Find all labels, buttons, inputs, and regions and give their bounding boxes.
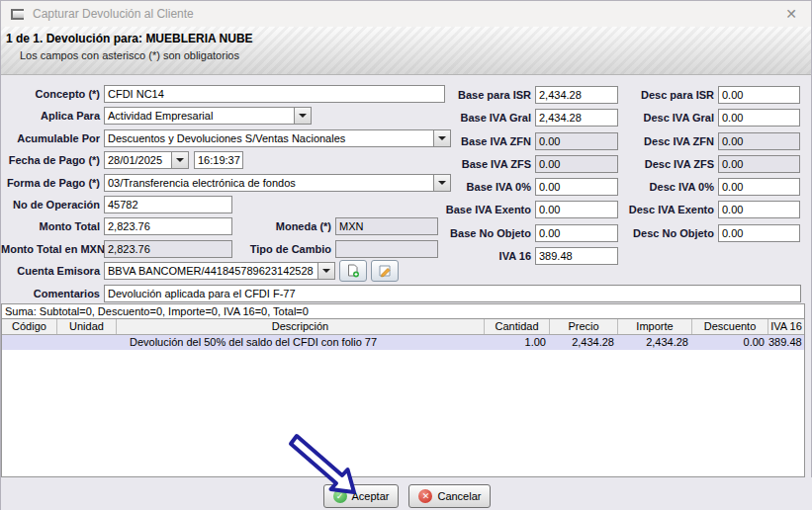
monto-total-input[interactable]: 2,823.76 xyxy=(104,217,232,235)
desc-iva-gral-input[interactable]: 0.00 xyxy=(718,109,800,127)
desc-iva-exento-input[interactable]: 0.00 xyxy=(718,201,800,218)
desc-iva-0-input[interactable]: 0.00 xyxy=(718,178,800,196)
fecha-de-pago-date-picker[interactable]: 28/01/2025 xyxy=(104,151,189,169)
row-desc-iva-gral: Desc IVA Gral 0.00 xyxy=(627,109,805,127)
desc-iva-zfs-label: Desc IVA ZFS xyxy=(627,158,718,170)
row-desc-no-objeto: Desc No Objeto 0.00 xyxy=(627,224,805,242)
cuenta-emisora-label: Cuenta Emisora xyxy=(1,265,104,277)
comentarios-label: Comentarios xyxy=(1,288,104,299)
forma-de-pago-label: Forma de Pago (*) xyxy=(1,177,104,189)
cell-descuento: 0.00 xyxy=(692,335,768,350)
grid-header-codigo[interactable]: Código xyxy=(2,319,57,334)
concepto-input[interactable]: CFDI NC14 xyxy=(104,85,445,103)
grid-header-descuento[interactable]: Descuento xyxy=(692,319,768,334)
new-document-icon xyxy=(346,264,360,278)
row-comentarios: Comentarios Devolución aplicada para el … xyxy=(1,285,805,302)
summary-bar: Suma: Subtotal=0, Descuento=0, Importe=0… xyxy=(1,303,805,319)
monto-total-mxn-field: 2,823.76 xyxy=(104,240,232,258)
close-icon[interactable]: ✕ xyxy=(781,5,801,23)
grid-header-unidad[interactable]: Unidad xyxy=(57,319,117,334)
edit-pencil-icon xyxy=(378,264,392,278)
row-iva-16: IVA 16 389.48 xyxy=(444,247,622,265)
accept-check-icon: ✓ xyxy=(333,489,347,503)
cancelar-button-label: Cancelar xyxy=(437,490,481,502)
cell-importe: 2,434.28 xyxy=(618,335,692,350)
row-base-iva-zfs: Base IVA ZFS 0.00 xyxy=(444,155,622,173)
cell-descripcion: Devolución del 50% del saldo del CFDI co… xyxy=(117,335,485,350)
desc-iva-gral-label: Desc IVA Gral xyxy=(627,112,718,124)
grid-header-row: Código Unidad Descripción Cantidad Preci… xyxy=(2,319,804,335)
cell-unidad xyxy=(57,335,117,350)
new-account-button[interactable] xyxy=(339,260,367,282)
row-base-iva-gral: Base IVA Gral 2,434.28 xyxy=(444,109,622,127)
row-base-iva-exento: Base IVA Exento 0.00 xyxy=(444,201,622,218)
edit-account-button[interactable] xyxy=(371,260,399,282)
base-iva-0-label: Base IVA 0% xyxy=(444,181,535,193)
form-base-column: Base para ISR 2,434.28 Base IVA Gral 2,4… xyxy=(444,86,622,270)
cell-cantidad: 1.00 xyxy=(485,335,550,350)
tipo-de-cambio-field xyxy=(335,240,438,258)
row-desc-iva-zfn: Desc IVA ZFN 0.00 xyxy=(627,132,805,150)
form-desc-column: Desc para ISR 0.00 Desc IVA Gral 0.00 De… xyxy=(627,86,805,247)
cuenta-emisora-select[interactable]: BBVA BANCOMER/441845789623142528 xyxy=(104,262,335,280)
cell-iva16: 389.48 xyxy=(768,335,804,350)
tipo-de-cambio-label: Tipo de Cambio xyxy=(232,243,335,255)
header-banner: 1 de 1. Devolución para: MUEBLERIA NUBE … xyxy=(1,27,811,75)
row-base-iva-zfn: Base IVA ZFN 0.00 xyxy=(444,132,622,150)
desc-iva-exento-label: Desc IVA Exento xyxy=(627,204,718,215)
cancel-x-icon: ✕ xyxy=(418,489,432,503)
base-iva-zfs-field: 0.00 xyxy=(535,155,618,173)
dialog-capturar-devolucion: Capturar Devolución al Cliente ✕ 1 de 1.… xyxy=(0,0,812,510)
comentarios-input[interactable]: Devolución aplicada para el CFDI F-77 xyxy=(104,285,801,302)
base-iva-exento-label: Base IVA Exento xyxy=(444,204,535,215)
items-grid: Código Unidad Descripción Cantidad Preci… xyxy=(1,318,805,477)
window-icon xyxy=(11,9,24,20)
concepto-label: Concepto (*) xyxy=(1,88,104,100)
forma-de-pago-select[interactable]: 03/Transferencia electrónica de fondos xyxy=(104,174,451,192)
desc-iva-zfn-field: 0.00 xyxy=(718,132,800,150)
row-base-iva-0: Base IVA 0% 0.00 xyxy=(444,178,622,196)
title-bar: Capturar Devolución al Cliente ✕ xyxy=(1,1,811,27)
no-de-operacion-input[interactable]: 45782 xyxy=(104,196,232,213)
aplica-para-select[interactable]: Actividad Empresarial xyxy=(104,107,312,125)
fecha-de-pago-time-input[interactable]: 16:19:37 xyxy=(194,151,243,169)
row-cuenta-emisora: Cuenta Emisora BBVA BANCOMER/44184578962… xyxy=(1,262,805,280)
desc-iva-zfn-label: Desc IVA ZFN xyxy=(627,135,718,147)
monto-total-mxn-label: Monto Total en MXN xyxy=(1,243,104,255)
iva-16-label: IVA 16 xyxy=(444,250,535,262)
desc-no-objeto-input[interactable]: 0.00 xyxy=(718,224,800,242)
base-para-isr-label: Base para ISR xyxy=(444,89,535,101)
banner-subtitle: Los campos con asterisco (*) son obligat… xyxy=(1,45,811,61)
monto-total-label: Monto Total xyxy=(1,220,104,232)
base-para-isr-input[interactable]: 2,434.28 xyxy=(535,86,618,104)
cancelar-button[interactable]: ✕ Cancelar xyxy=(408,484,491,508)
aceptar-button-label: Aceptar xyxy=(352,490,390,502)
table-row[interactable]: Devolución del 50% del saldo del CFDI co… xyxy=(2,335,804,350)
no-de-operacion-label: No de Operación xyxy=(1,199,104,211)
base-no-objeto-label: Base No Objeto xyxy=(444,227,535,239)
moneda-label: Moneda (*) xyxy=(232,220,335,232)
window-title: Capturar Devolución al Cliente xyxy=(33,7,781,21)
row-desc-para-isr: Desc para ISR 0.00 xyxy=(627,86,805,104)
fecha-de-pago-label: Fecha de Pago (*) xyxy=(1,154,104,166)
moneda-field: MXN xyxy=(335,217,438,235)
base-iva-0-input[interactable]: 0.00 xyxy=(535,178,618,196)
desc-no-objeto-label: Desc No Objeto xyxy=(627,227,718,239)
grid-header-iva16[interactable]: IVA 16 xyxy=(768,319,804,334)
base-iva-gral-input[interactable]: 2,434.28 xyxy=(535,109,618,127)
acumulable-por-select[interactable]: Descuentos y Devoluciones S/Ventas Nacio… xyxy=(104,129,451,147)
row-desc-iva-0: Desc IVA 0% 0.00 xyxy=(627,178,805,196)
desc-iva-0-label: Desc IVA 0% xyxy=(627,181,718,193)
grid-header-descripcion[interactable]: Descripción xyxy=(117,319,485,334)
base-iva-exento-input[interactable]: 0.00 xyxy=(535,201,618,218)
desc-para-isr-input[interactable]: 0.00 xyxy=(718,86,800,104)
aceptar-button[interactable]: ✓ Aceptar xyxy=(323,484,400,508)
grid-header-precio[interactable]: Precio xyxy=(550,319,618,334)
grid-header-importe[interactable]: Importe xyxy=(618,319,692,334)
base-no-objeto-input[interactable]: 0.00 xyxy=(535,224,618,242)
iva-16-input[interactable]: 389.48 xyxy=(535,247,618,265)
grid-header-cantidad[interactable]: Cantidad xyxy=(485,319,550,334)
banner-title: 1 de 1. Devolución para: MUEBLERIA NUBE xyxy=(1,27,811,45)
row-desc-iva-exento: Desc IVA Exento 0.00 xyxy=(627,201,805,218)
base-iva-gral-label: Base IVA Gral xyxy=(444,112,535,124)
